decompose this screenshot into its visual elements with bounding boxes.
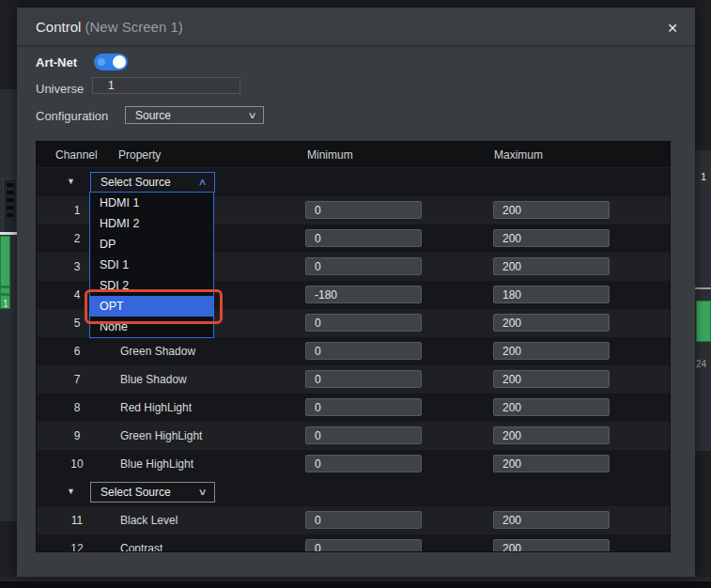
select-source-chevron-icon: ∧ <box>197 178 207 187</box>
minimum-input[interactable] <box>305 257 422 275</box>
maximum-input[interactable] <box>493 511 610 529</box>
table-row: 10 Blue HighLight <box>37 450 670 478</box>
minimum-input[interactable] <box>305 201 422 219</box>
table-row: 11 Black Level <box>37 506 670 534</box>
select-source-button[interactable]: Select Source ∧ <box>90 172 215 193</box>
background-left-dark-top <box>0 0 17 89</box>
select-source-button[interactable]: Select Source ∨ <box>90 482 215 503</box>
property-label: Red HighLight <box>120 401 192 414</box>
maximum-input[interactable] <box>493 455 610 472</box>
universe-input[interactable] <box>92 77 240 94</box>
maximum-input[interactable] <box>493 257 610 275</box>
table-row: 9 Green HighLight <box>37 422 670 450</box>
maximum-input[interactable] <box>493 229 610 247</box>
property-label: Green Shadow <box>120 345 195 358</box>
dropdown-option[interactable]: HDMI 1 <box>90 193 213 213</box>
screen-thumbnail-right <box>696 301 711 342</box>
channel-number: 6 <box>63 345 91 358</box>
select-source-label: Select Source <box>100 176 171 189</box>
toggle-off-dot <box>98 58 105 66</box>
channel-number: 12 <box>63 542 91 552</box>
property-label: Green HighLight <box>120 429 202 442</box>
maximum-input[interactable] <box>493 342 610 360</box>
minimum-input[interactable] <box>305 426 422 444</box>
configuration-select[interactable]: Source ∨ <box>125 106 264 124</box>
property-label: Black Level <box>120 514 178 527</box>
maximum-input[interactable] <box>493 314 610 332</box>
header-minimum: Minimum <box>307 148 353 162</box>
header-channel: Channel <box>55 148 98 162</box>
maximum-input[interactable] <box>493 286 610 303</box>
right-strip-divider <box>695 287 711 289</box>
header-property: Property <box>118 148 161 162</box>
select-source-chevron-icon: ∨ <box>197 487 207 497</box>
maximum-input[interactable] <box>493 398 610 416</box>
table-row: 6 Green Shadow <box>37 337 670 365</box>
channel-number: 9 <box>63 429 91 442</box>
maximum-input[interactable] <box>493 426 610 444</box>
collapse-triangle-icon[interactable]: ▼ <box>67 487 75 496</box>
minimum-input[interactable] <box>305 511 422 529</box>
close-icon[interactable]: ✕ <box>661 18 684 39</box>
table-row: 12 Contrast <box>37 534 670 552</box>
minimum-input[interactable] <box>305 286 422 303</box>
dropdown-option[interactable]: SDI 1 <box>90 255 213 275</box>
dialog-titlebar: Control (New Screen 1) ✕ <box>17 8 695 47</box>
dialog-title: Control (New Screen 1) <box>36 19 183 35</box>
channel-number: 1 <box>63 204 91 217</box>
artnet-toggle[interactable] <box>94 54 128 70</box>
table-row: 8 Red HighLight <box>37 394 670 422</box>
minimum-input[interactable] <box>305 229 422 247</box>
background-right-dark-top <box>695 0 711 150</box>
dialog-title-subtitle: (New Screen 1) <box>85 19 183 35</box>
chevron-down-icon: ∨ <box>247 111 256 120</box>
maximum-input[interactable] <box>493 201 610 219</box>
cable-line <box>0 232 17 235</box>
property-label: Blue HighLight <box>120 457 193 471</box>
right-strip-count: 24 <box>696 359 706 369</box>
minimum-input[interactable] <box>305 342 422 360</box>
property-label: Blue Shadow <box>120 373 187 386</box>
minimum-input[interactable] <box>305 370 422 388</box>
property-label: Contrast <box>120 542 162 552</box>
background-bottom-edge <box>0 581 711 588</box>
maximum-input[interactable] <box>493 370 610 388</box>
table-row: 7 Blue Shadow <box>37 365 670 394</box>
channel-number: 2 <box>63 232 91 245</box>
configuration-select-value: Source <box>135 109 171 122</box>
dropdown-option[interactable]: DP <box>90 234 213 255</box>
minimum-input[interactable] <box>305 314 422 332</box>
select-source-label: Select Source <box>100 486 171 499</box>
channel-number: 8 <box>63 401 91 414</box>
minimum-input[interactable] <box>305 398 422 416</box>
connector-port-icon <box>3 178 17 233</box>
minimum-input[interactable] <box>305 455 422 472</box>
port-number-label: 1 <box>3 299 8 309</box>
background-right-dark-bottom <box>695 451 711 588</box>
channel-number: 11 <box>63 514 91 527</box>
background-top-strip <box>0 0 711 8</box>
dialog-title-main: Control <box>36 19 81 35</box>
dropdown-option[interactable]: HDMI 2 <box>90 213 213 234</box>
group-row: ▼ Select Source ∨ <box>37 478 670 506</box>
right-strip-number: 1 <box>701 171 706 182</box>
channel-number: 10 <box>63 457 91 471</box>
background-app-right <box>695 0 711 588</box>
header-maximum: Maximum <box>494 148 543 162</box>
table-header-row: Channel Property Minimum Maximum <box>37 142 670 168</box>
channel-number: 7 <box>63 373 91 386</box>
collapse-triangle-icon[interactable]: ▼ <box>67 177 75 186</box>
minimum-input[interactable] <box>305 539 422 552</box>
annotation-highlight-box <box>85 289 223 324</box>
configuration-label: Configuration <box>36 109 108 123</box>
maximum-input[interactable] <box>493 539 610 552</box>
universe-label: Universe <box>36 82 84 96</box>
toggle-knob <box>113 55 126 69</box>
channel-number: 3 <box>63 260 91 273</box>
artnet-label: Art-Net <box>36 55 77 70</box>
